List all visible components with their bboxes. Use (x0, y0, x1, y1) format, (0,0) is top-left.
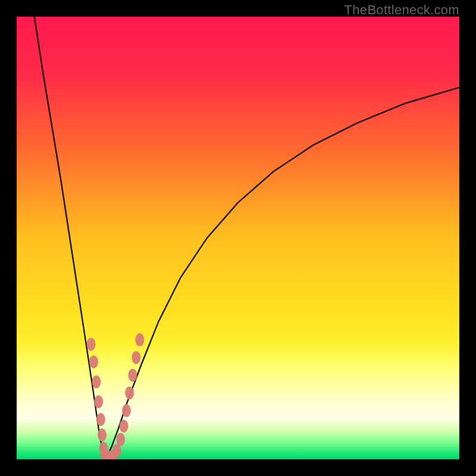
svg-point-14 (122, 404, 131, 417)
svg-point-5 (96, 413, 105, 426)
svg-point-2 (89, 355, 98, 368)
data-markers (86, 333, 144, 459)
svg-point-1 (86, 338, 95, 351)
svg-point-13 (120, 419, 129, 433)
svg-point-18 (135, 333, 144, 346)
svg-point-16 (128, 369, 137, 382)
svg-point-17 (131, 351, 140, 364)
curve-layer (17, 17, 459, 459)
svg-point-11 (112, 444, 121, 457)
svg-point-4 (94, 395, 103, 408)
bottleneck-curve (35, 17, 459, 459)
svg-point-6 (98, 428, 107, 441)
svg-point-3 (92, 375, 101, 389)
watermark-text: TheBottleneck.com (345, 2, 459, 18)
plot-area (17, 17, 459, 459)
svg-point-12 (116, 433, 125, 446)
svg-point-15 (125, 386, 134, 399)
